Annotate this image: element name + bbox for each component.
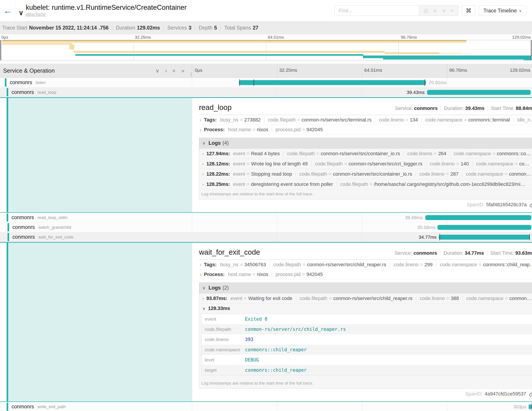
- span-color-accent: [7, 243, 8, 401]
- span-bar[interactable]: [427, 90, 531, 95]
- span-bar[interactable]: [425, 215, 531, 220]
- log-kv-list: event=Wrote log line of length 49code.fi…: [233, 161, 529, 167]
- span-row-read-loop[interactable]: conmonrs read_loop 39.43ms: [0, 88, 532, 97]
- log-kv-list: event=Waiting for exit codecode.filepath…: [230, 295, 532, 301]
- title-block: kubelet: runtime.v1.RuntimeService/Creat…: [26, 4, 187, 18]
- span-row-listen[interactable]: conmonrs listen 70.91ms: [0, 78, 532, 88]
- span-id-row: SpanID: 4a947cfd1ce59537: [199, 389, 532, 399]
- span-row-wait-for-exit-code[interactable]: conmonrs wait_for_exit_code 34.77ms: [0, 232, 532, 242]
- logs-box: ∨ Logs (4) › 127.94ms: event=Read 4 byte…: [199, 138, 532, 199]
- ruler-tick: 96.76ms: [449, 68, 467, 73]
- collapse-header-chevron-icon[interactable]: ∨: [19, 9, 24, 17]
- minimap-span: [439, 53, 462, 54]
- link-icon[interactable]: [529, 391, 532, 397]
- span-row-watch-grandchild[interactable]: conmonrs watch_grandchild 35.58ms: [0, 223, 532, 232]
- span-bar-cell[interactable]: 70.91ms: [192, 78, 532, 87]
- log-marker: [254, 79, 254, 86]
- span-bar[interactable]: [239, 80, 426, 85]
- process-row[interactable]: › Process: host.name=nixosprocess.pid=94…: [199, 270, 532, 279]
- logs-header[interactable]: ∨ Logs (2): [199, 283, 532, 293]
- span-bar[interactable]: [529, 404, 531, 409]
- process-row[interactable]: › Process: host.name=nixosprocess.pid=94…: [199, 125, 532, 135]
- column-resize-handle[interactable]: ||: [190, 72, 191, 77]
- span-bar-cell[interactable]: 35.58ms: [192, 223, 532, 232]
- detail-content: wait_for_exit_code Service:conmonrs Dura…: [192, 243, 532, 401]
- span-bar[interactable]: [437, 225, 531, 230]
- log-marker: [239, 79, 240, 86]
- span-name-cell[interactable]: conmonrs read_loop: [0, 88, 192, 97]
- view-selector-button[interactable]: Trace Timeline ∨: [479, 5, 526, 16]
- minimap-canvas[interactable]: [0, 40, 532, 60]
- detail-left-gutter: [0, 243, 192, 401]
- log-entry[interactable]: › 128.25ms: event=deregistering event so…: [199, 179, 532, 189]
- span-duration-label: 39.43ms: [407, 90, 425, 95]
- span-bar-cell[interactable]: 39.43ms: [192, 88, 532, 97]
- span-name-cell[interactable]: conmonrs read_loop_stdin: [0, 213, 192, 222]
- log-kv-list: event=Read 4 bytescode.filepath=conmon-r…: [233, 151, 531, 157]
- log-entry[interactable]: › 128.12ms: event=Wrote log line of leng…: [199, 159, 532, 169]
- minimap-span: [74, 51, 385, 53]
- find-next-icon[interactable]: ∨: [442, 8, 446, 14]
- ruler-tick: 64.51ms: [268, 35, 284, 40]
- top-bar-actions: ◎ ∧ ∨ × ⌘ Trace Timeline ∨: [334, 5, 532, 16]
- trace-services: Services3: [167, 25, 191, 31]
- log-field-row: code.namespace conmonrs::child_reaper: [202, 345, 532, 355]
- span-row-write-exit-path[interactable]: conmonrs write_exit_path 303μs: [0, 402, 532, 411]
- gridline: [447, 78, 447, 87]
- span-bar-cell[interactable]: 34.77ms: [192, 232, 532, 242]
- find-prev-icon[interactable]: ∧: [433, 8, 437, 14]
- span-row-read-loop-stdin[interactable]: conmonrs read_loop_stdin 39.69ms: [0, 213, 532, 223]
- minimap-span: [385, 52, 439, 54]
- focus-target-icon[interactable]: ◎: [424, 8, 428, 14]
- minimap-span: [2, 41, 466, 43]
- ruler-tick: 32.25ms: [135, 35, 151, 40]
- find-clear-icon[interactable]: ×: [451, 8, 454, 14]
- back-button[interactable]: ←: [0, 0, 16, 21]
- gridline: [447, 64, 447, 78]
- logs-header[interactable]: ∨ Logs (4): [199, 138, 532, 148]
- span-duration-label: 34.77ms: [419, 235, 437, 240]
- expand-all-icon[interactable]: »: [181, 68, 184, 74]
- expand-one-icon[interactable]: ›: [165, 68, 167, 74]
- span-bar[interactable]: [439, 235, 530, 240]
- detail-span-title: read_loop: [199, 103, 232, 112]
- log-entry[interactable]: › 93.87ms: event=Waiting for exit codeco…: [199, 293, 532, 303]
- log-marker: [425, 79, 425, 86]
- gridline: [362, 213, 362, 222]
- log-entry-expanded-header[interactable]: ∨ 128.33ms: [199, 303, 532, 313]
- log-field-row: code.lineno 393: [202, 334, 532, 345]
- process-list: host.name=nixosprocess.pid=942045: [228, 272, 323, 277]
- tags-row[interactable]: › Tags: busy_ns=273882code.filepath=conm…: [199, 115, 532, 125]
- service-operation-header: Service & Operation ∨ › » » ||: [0, 64, 192, 78]
- collapse-all-icon[interactable]: »: [171, 69, 177, 72]
- span-name-cell[interactable]: conmonrs watch_grandchild: [0, 223, 192, 232]
- ruler-tick: 0μs: [195, 68, 202, 73]
- keyboard-shortcuts-button[interactable]: ⌘: [462, 5, 475, 16]
- chevron-right-icon: ›: [200, 127, 201, 132]
- span-duration-label: 70.91ms: [429, 80, 446, 85]
- link-icon[interactable]: [529, 202, 532, 208]
- collapse-controls: ∨ › » »: [155, 68, 189, 74]
- gridline: [133, 40, 134, 60]
- span-name-cell[interactable]: conmonrs write_exit_path: [0, 402, 192, 411]
- find-input[interactable]: [334, 6, 419, 16]
- chevron-down-icon: ∨: [202, 306, 205, 311]
- chevron-right-icon: ›: [202, 182, 204, 187]
- collapse-one-icon[interactable]: ∨: [155, 68, 160, 74]
- divider: [163, 25, 164, 31]
- span-name-cell[interactable]: conmonrs wait_for_exit_code: [0, 232, 192, 242]
- span-service: conmonrs: [11, 215, 34, 220]
- gridline: [362, 402, 362, 411]
- detail-left-shade: [8, 98, 192, 212]
- span-color-accent: [7, 88, 8, 96]
- span-name-cell[interactable]: conmonrs listen: [0, 78, 192, 87]
- detail-span-meta: Service:conmonrs Duration:34.77ms Start …: [394, 250, 532, 256]
- span-bar-cell[interactable]: 39.69ms: [192, 213, 532, 222]
- log-entry[interactable]: › 128.22ms: event=Stopping read loopcode…: [199, 169, 532, 179]
- tags-row[interactable]: › Tags: busy_ns=34506763code.filepath=co…: [199, 260, 532, 270]
- log-field-row: target conmonrs::child_reaper: [202, 365, 532, 375]
- spacer: [0, 60, 532, 64]
- span-bar-cell[interactable]: 303μs: [192, 402, 532, 411]
- chevron-right-icon: ›: [202, 151, 204, 156]
- log-entry[interactable]: › 127.94ms: event=Read 4 bytescode.filep…: [199, 148, 532, 159]
